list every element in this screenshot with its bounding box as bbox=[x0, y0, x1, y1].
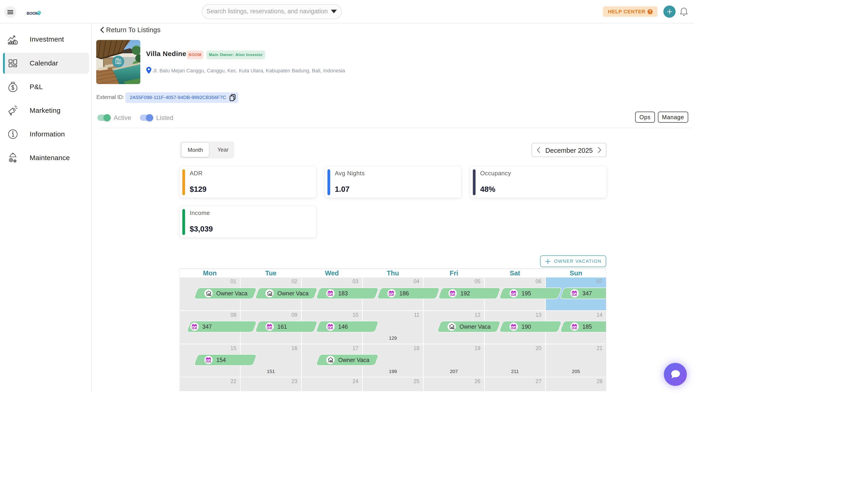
svg-text:$: $ bbox=[15, 41, 17, 44]
